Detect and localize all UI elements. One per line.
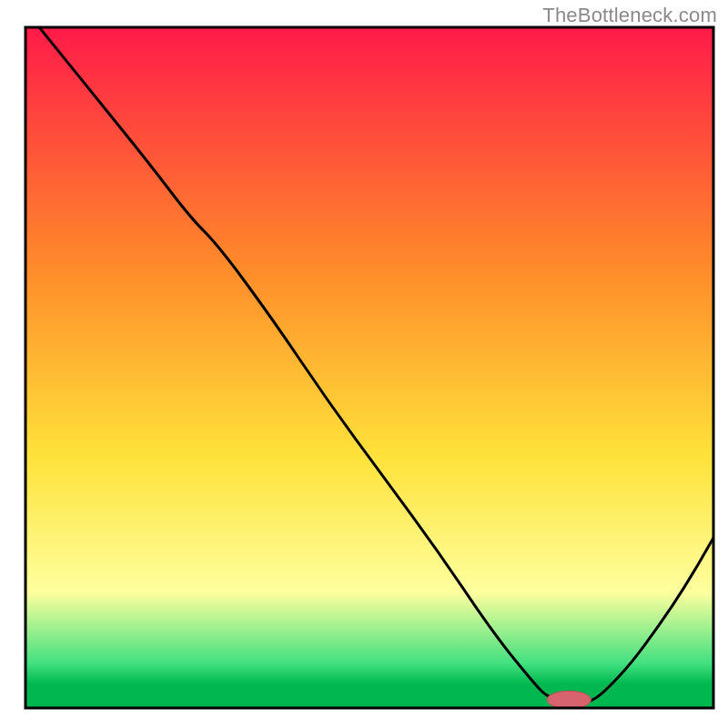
chart-canvas: TheBottleneck.com	[0, 0, 728, 728]
optimal-marker	[547, 691, 591, 708]
bottleneck-chart	[0, 0, 728, 728]
gradient-background	[25, 27, 713, 708]
watermark-label: TheBottleneck.com	[542, 4, 717, 27]
